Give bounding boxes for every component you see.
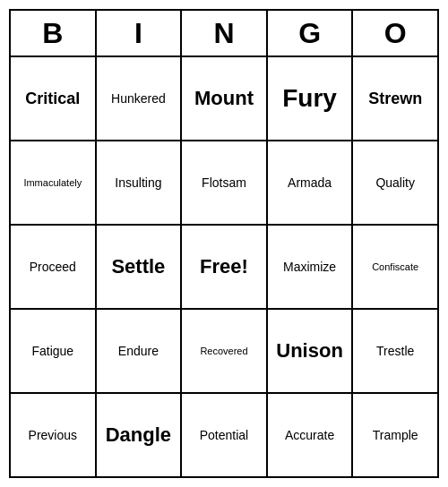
bingo-header: BINGO: [11, 11, 437, 57]
bingo-cell: Mount: [182, 57, 268, 140]
bingo-cell: Unison: [268, 310, 354, 392]
bingo-cell: Hunkered: [97, 57, 183, 140]
bingo-cell: Previous: [11, 394, 97, 476]
bingo-body: CriticalHunkeredMountFuryStrewnImmaculat…: [11, 57, 437, 476]
bingo-row: PreviousDanglePotentialAccurateTrample: [11, 394, 437, 476]
bingo-row: ProceedSettleFree!MaximizeConfiscate: [11, 226, 437, 310]
bingo-cell: Endure: [97, 310, 183, 392]
header-letter: G: [268, 11, 354, 56]
bingo-cell: Strewn: [353, 57, 437, 140]
bingo-row: ImmaculatelyInsultingFlotsamArmadaQualit…: [11, 141, 437, 226]
header-letter: N: [182, 11, 268, 56]
header-letter: B: [11, 11, 97, 56]
bingo-cell: Trample: [353, 394, 437, 476]
bingo-cell: Immaculately: [11, 141, 97, 224]
bingo-cell: Dangle: [97, 394, 183, 476]
bingo-card: BINGO CriticalHunkeredMountFuryStrewnImm…: [9, 9, 439, 478]
bingo-cell: Flotsam: [182, 141, 268, 224]
bingo-cell: Fury: [268, 57, 354, 140]
bingo-cell: Free!: [182, 226, 268, 308]
bingo-cell: Potential: [182, 394, 268, 476]
bingo-cell: Fatigue: [11, 310, 97, 392]
bingo-row: FatigueEndureRecoveredUnisonTrestle: [11, 310, 437, 394]
bingo-cell: Recovered: [182, 310, 268, 392]
bingo-cell: Armada: [268, 141, 354, 224]
bingo-cell: Settle: [97, 226, 183, 308]
bingo-row: CriticalHunkeredMountFuryStrewn: [11, 57, 437, 141]
header-letter: I: [97, 11, 183, 56]
bingo-cell: Trestle: [353, 310, 437, 392]
header-letter: O: [353, 11, 437, 56]
bingo-cell: Confiscate: [353, 226, 437, 308]
bingo-cell: Quality: [353, 141, 437, 224]
bingo-cell: Accurate: [268, 394, 354, 476]
bingo-cell: Insulting: [97, 141, 183, 224]
bingo-cell: Proceed: [11, 226, 97, 308]
bingo-cell: Maximize: [268, 226, 354, 308]
bingo-cell: Critical: [11, 57, 97, 140]
